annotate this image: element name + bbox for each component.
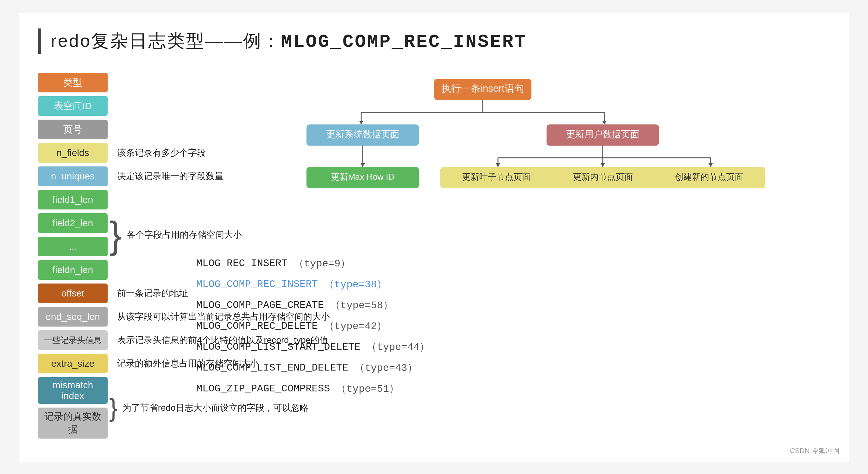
field-box-tablespace: 表空间ID (38, 96, 107, 116)
title-bar (38, 29, 41, 54)
arrow2 (602, 121, 606, 125)
arrow4 (496, 163, 500, 167)
field-row-extrasize: extra_size 记录的额外信息占用的存储空间大小 (38, 354, 171, 373)
mlog-item-0: MLOG_REC_INSERT （type=9） (196, 256, 830, 270)
field-row-endseqlen: end_seq_len 从该字段可以计算出当前记录总共占用存储空间的大小 (38, 307, 171, 326)
mlog-name-3: MLOG_COMP_REC_DELETE (196, 320, 318, 332)
tree-inner-label: 更新内节点页面 (573, 172, 633, 182)
field-box-type: 类型 (38, 73, 107, 92)
field-row-pageno: 页号 (38, 120, 171, 139)
mlog-type-2: （type=58） (330, 298, 393, 312)
mlog-item-2: MLOG_COMP_PAGE_CREATE （type=58） (196, 298, 830, 312)
mlog-name-6: MLOG_ZIP_PAGE_COMPRESS (196, 383, 330, 394)
field-row-tablespace: 表空间ID (38, 96, 171, 116)
field-box-ellipsis: ... (38, 237, 107, 256)
mlog-type-0: （type=9） (294, 256, 350, 270)
mlog-item-5: MLOG_COMP_LIST_END_DELETE （type=43） (196, 361, 830, 375)
tree-user-label: 更新用户数据页面 (566, 129, 640, 139)
arrow5 (600, 163, 604, 167)
field-row-nfields: n_fields 该条记录有多少个字段 (38, 143, 171, 163)
tree-create-label: 创建新的节点页面 (675, 172, 743, 182)
mlog-item-1: MLOG_COMP_REC_INSERT （type=38） (196, 277, 830, 291)
watermark: CSDN 令狐冲啊 (790, 446, 839, 456)
tree-system-label: 更新系统数据页面 (326, 129, 400, 139)
mismatch-desc: 为了节省redo日志大小而设立的字段，可以忽略 (123, 402, 309, 414)
field-box-mismatch: mismatch index (38, 377, 107, 404)
desc-nfields: 该条记录有多少个字段 (117, 147, 206, 159)
mlog-name-1: MLOG_COMP_REC_INSERT (196, 279, 318, 290)
fieldlen-boxes: field1_len field2_len ... fieldn_len (38, 190, 107, 280)
field-box-field2len: field2_len (38, 213, 107, 233)
content-area: 类型 表空间ID 页号 n_fields 该条记录有多少个字段 (38, 73, 830, 439)
arrow3 (361, 163, 365, 167)
mlog-name-5: MLOG_COMP_LIST_END_DELETE (196, 362, 348, 374)
mlog-name-2: MLOG_COMP_PAGE_CREATE (196, 299, 324, 311)
field-box-endseqlen: end_seq_len (38, 307, 107, 326)
title-prefix: redo复杂日志类型——例： (51, 31, 281, 51)
tree-maxrow-label: 更新Max Row ID (331, 172, 395, 182)
mlog-name-0: MLOG_REC_INSERT (196, 258, 287, 269)
tree-container: 执行一条insert语句 更新系统数据页面 更新用户数据页面 (196, 73, 830, 231)
desc-offset: 前一条记录的地址 (117, 287, 188, 299)
brace-icon: } (109, 216, 122, 254)
title-area: redo复杂日志类型——例：MLOG_COMP_REC_INSERT (38, 29, 830, 54)
tree-leaf-label: 更新叶子节点页面 (462, 172, 531, 182)
field-box-offset: offset (38, 284, 107, 303)
field-box-nuniques: n_uniques (38, 166, 107, 186)
field-box-field1len: field1_len (38, 190, 107, 210)
mlog-type-1: （type=38） (324, 277, 387, 291)
mlog-list: MLOG_REC_INSERT （type=9） MLOG_COMP_REC_I… (196, 256, 830, 403)
field-row-headerinfo: 一些记录头信息 表示记录头信息的前4个比特的值以及record_type的值 (38, 330, 171, 350)
mismatch-boxes: mismatch index 记录的真实数据 (38, 377, 107, 439)
title-monospace: MLOG_COMP_REC_INSERT (281, 32, 527, 52)
right-area: 执行一条insert语句 更新系统数据页面 更新用户数据页面 (196, 73, 830, 403)
field-list: 类型 表空间ID 页号 n_fields 该条记录有多少个字段 (38, 73, 171, 439)
field-row-offset: offset 前一条记录的地址 (38, 284, 171, 303)
field-box-nfields: n_fields (38, 143, 107, 163)
field-row-nuniques: n_uniques 决定该记录唯一的字段数量 (38, 166, 171, 186)
main-container: redo复杂日志类型——例：MLOG_COMP_REC_INSERT 类型 表空… (19, 13, 849, 462)
field-box-pageno: 页号 (38, 120, 107, 139)
field-box-realdata: 记录的真实数据 (38, 408, 107, 439)
mlog-name-4: MLOG_COMP_LIST_START_DELETE (196, 341, 360, 353)
mlog-item-3: MLOG_COMP_REC_DELETE （type=42） (196, 319, 830, 333)
mlog-type-6: （type=51） (336, 382, 399, 396)
mlog-item-6: MLOG_ZIP_PAGE_COMPRESS （type=51） (196, 382, 830, 396)
field-box-extrasize: extra_size (38, 354, 107, 373)
arrow1 (359, 121, 363, 125)
mlog-type-5: （type=43） (354, 361, 417, 375)
field-box-headerinfo: 一些记录头信息 (38, 330, 107, 350)
page-title: redo复杂日志类型——例：MLOG_COMP_REC_INSERT (51, 29, 527, 53)
mismatch-group: mismatch index 记录的真实数据 } 为了节省redo日志大小而设立… (38, 377, 171, 439)
tree-svg: 执行一条insert语句 更新系统数据页面 更新用户数据页面 (196, 73, 830, 225)
field-box-fieldnlen: fieldn_len (38, 260, 107, 280)
field-row-type: 类型 (38, 73, 171, 92)
mlog-type-3: （type=42） (324, 319, 387, 333)
brace-small-icon: } (109, 395, 118, 420)
mlog-type-4: （type=44） (367, 340, 429, 354)
tree-root-label: 执行一条insert语句 (441, 83, 524, 94)
fieldlen-group: field1_len field2_len ... fieldn_len } 各… (38, 190, 171, 280)
arrow6 (709, 163, 713, 167)
mlog-item-4: MLOG_COMP_LIST_START_DELETE （type=44） (196, 340, 830, 354)
